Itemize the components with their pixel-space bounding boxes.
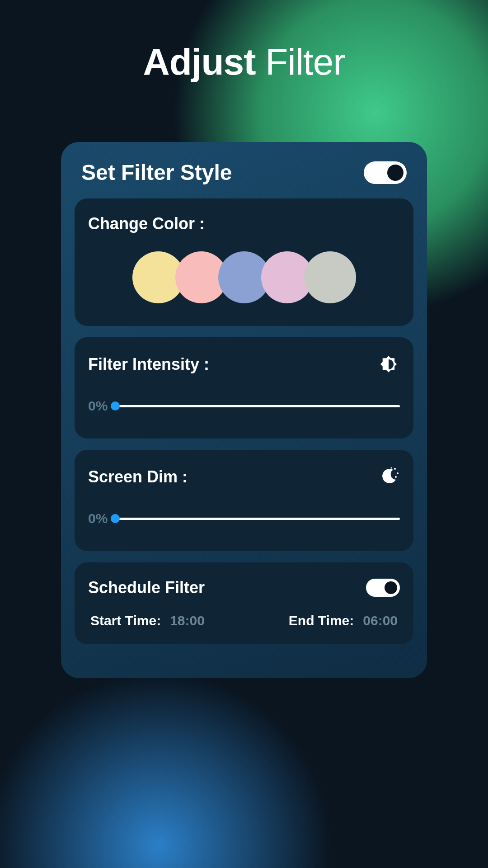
intensity-slider[interactable] bbox=[115, 405, 400, 407]
color-swatch-row bbox=[88, 251, 400, 310]
dim-slider[interactable] bbox=[115, 518, 400, 520]
start-time-block[interactable]: Start Time: 18:00 bbox=[90, 613, 205, 628]
filter-intensity-card: Filter Intensity : 0% bbox=[75, 337, 413, 439]
end-time-label: End Time: bbox=[289, 613, 354, 628]
schedule-filter-card: Schedule Filter Start Time: 18:00 End Ti… bbox=[75, 562, 413, 644]
color-swatch-4[interactable] bbox=[304, 251, 356, 303]
brightness-icon bbox=[377, 353, 400, 376]
toggle-knob bbox=[385, 581, 397, 594]
change-color-label: Change Color : bbox=[88, 214, 400, 233]
svg-point-2 bbox=[395, 476, 397, 478]
panel-header: Set Filter Style bbox=[75, 160, 413, 198]
slider-thumb bbox=[111, 514, 120, 523]
settings-panel: Set Filter Style Change Color : Filter I… bbox=[61, 142, 427, 678]
slider-thumb bbox=[111, 401, 120, 410]
filter-intensity-label: Filter Intensity : bbox=[88, 355, 209, 374]
end-time-value: 06:00 bbox=[363, 613, 398, 628]
moon-icon bbox=[377, 466, 400, 488]
change-color-card: Change Color : bbox=[75, 198, 413, 326]
toggle-knob bbox=[387, 165, 404, 181]
title-bold: Adjust bbox=[143, 41, 255, 82]
end-time-block[interactable]: End Time: 06:00 bbox=[289, 613, 398, 628]
screen-dim-label: Screen Dim : bbox=[88, 467, 188, 486]
svg-point-0 bbox=[394, 468, 396, 470]
svg-point-1 bbox=[397, 472, 399, 474]
filter-style-toggle[interactable] bbox=[364, 161, 407, 184]
panel-title: Set Filter Style bbox=[81, 160, 232, 185]
start-time-label: Start Time: bbox=[90, 613, 161, 628]
svg-point-3 bbox=[390, 467, 392, 468]
schedule-label: Schedule Filter bbox=[88, 578, 205, 597]
title-light: Filter bbox=[265, 41, 345, 82]
screen-dim-card: Screen Dim : 0% bbox=[75, 450, 413, 551]
start-time-value: 18:00 bbox=[170, 613, 205, 628]
schedule-toggle[interactable] bbox=[366, 579, 400, 597]
page-title: Adjust Filter bbox=[0, 0, 488, 83]
